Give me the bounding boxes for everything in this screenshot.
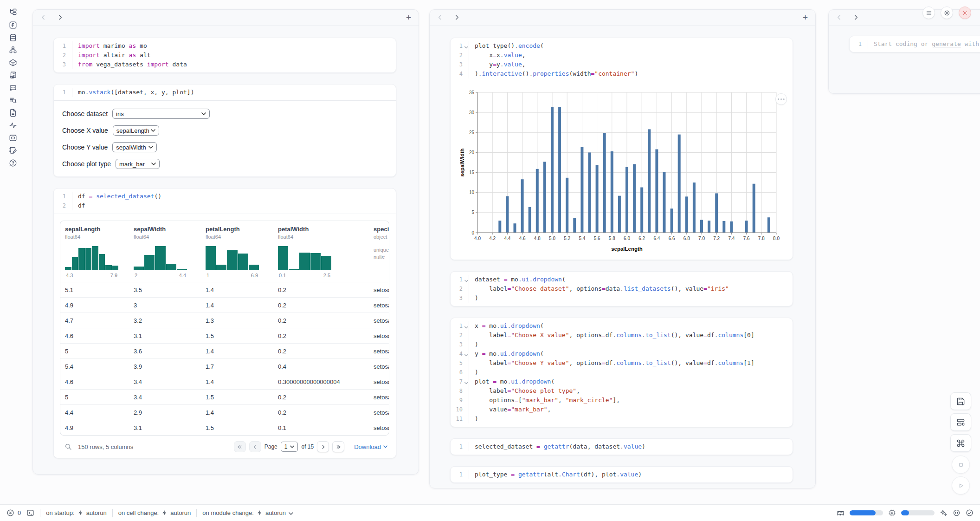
code-line: 1selected_dataset = getattr(data, datase… [451, 442, 793, 451]
code-editor[interactable]: 1selected_dataset = getattr(data, datase… [451, 439, 793, 455]
code-editor[interactable]: 1df = selected_dataset()2df [54, 189, 396, 214]
choose-plot-type-select[interactable]: mark_bar [116, 159, 160, 169]
table-row[interactable]: 4.93.11.50.1setosa [60, 420, 389, 435]
download-button[interactable]: Download [354, 443, 387, 450]
code-editor[interactable]: 1mo.vstack([dataset, x, y, plot]) [54, 85, 396, 100]
chart-actions-button[interactable] [775, 93, 787, 105]
stop-icon [956, 460, 966, 469]
runtime-config-1[interactable]: on cell change: autorun [118, 509, 191, 516]
code-editor[interactable]: 1 Start coding or generate with [850, 36, 980, 52]
svg-text:15: 15 [469, 170, 475, 175]
settings-button[interactable] [941, 7, 953, 19]
line-number: 1 [451, 275, 469, 284]
stop-button[interactable] [952, 456, 970, 474]
page-select[interactable]: 1 [281, 442, 298, 452]
table-column-header[interactable]: sepalLength float644.37.9 [60, 221, 129, 282]
sparkles-button[interactable] [940, 509, 948, 517]
code-line: 8 label="Choose plot type", [451, 386, 793, 396]
table-row[interactable]: 53.41.50.2setosa [60, 389, 389, 404]
code-editor[interactable]: 1x = mo.ui.dropdown(2 label="Choose X va… [451, 318, 793, 427]
panel-left: + 1import marimo as mo2import altair as … [32, 9, 419, 475]
sidebar-chat-bot-button[interactable] [6, 83, 20, 93]
runtime-config-2[interactable]: on module change: autorun [202, 509, 293, 516]
choose-x-value-select[interactable]: sepalLength [113, 125, 159, 136]
search-icon[interactable] [64, 443, 72, 450]
page-label: Page [264, 443, 277, 450]
table-row[interactable]: 4.931.40.2setosa [60, 297, 389, 313]
scroll-left-button[interactable] [40, 14, 51, 20]
table-row[interactable]: 4.63.41.40.30000000000000004setosa [60, 374, 389, 389]
runtime-config-0[interactable]: on startup: autorun [46, 509, 107, 516]
chevron-down-icon [289, 509, 293, 516]
first-page-button[interactable] [234, 441, 246, 452]
table-column-header[interactable]: petalLength float6416.9 [201, 221, 273, 282]
code-line: 3 y=y.value, [451, 60, 793, 69]
check-circle-button[interactable] [966, 509, 974, 517]
close-button[interactable] [959, 7, 971, 19]
dropdown-label: Choose X value [62, 127, 108, 134]
dropdown-label: Choose Y value [62, 143, 108, 151]
sidebar-scroll-button[interactable] [6, 70, 20, 80]
altair-bar-chart[interactable]: 4.04.24.44.64.85.05.25.45.65.86.06.26.46… [459, 89, 780, 254]
svg-text:4.4: 4.4 [504, 236, 510, 241]
code-editor[interactable]: 1plot_type = getattr(alt.Chart(df), plot… [451, 467, 793, 482]
add-cell-button[interactable]: + [803, 13, 808, 22]
sidebar-snippet-button[interactable] [6, 133, 20, 143]
panel-header: + [33, 10, 419, 26]
code-editor[interactable]: 1plot_type().encode(2 x=x.value,3 y=y.va… [451, 38, 793, 82]
table-row[interactable]: 4.73.21.30.2setosa [60, 313, 389, 328]
sidebar-package-button[interactable] [6, 58, 20, 68]
table-row[interactable]: 5.43.91.70.4setosa [60, 358, 389, 374]
error-count[interactable]: 0 [6, 509, 21, 517]
code-line: 2 label="Choose dataset", options=data.l… [451, 284, 793, 293]
scroll-right-button[interactable] [454, 14, 464, 20]
scroll-left-button[interactable] [836, 14, 846, 20]
add-cell-button[interactable]: + [406, 13, 411, 22]
bolt-icon [77, 510, 84, 516]
layout-button[interactable] [950, 413, 971, 431]
sidebar-dependency-graph-button[interactable] [6, 45, 20, 55]
save-button[interactable] [950, 392, 971, 410]
scroll-right-button[interactable] [853, 14, 863, 20]
table-column-header[interactable]: petalWidth float640.12.5 [273, 221, 369, 282]
run-button[interactable] [952, 476, 970, 495]
table-row[interactable]: 53.61.40.2setosa [60, 343, 389, 358]
code-line: 1df = selected_dataset() [54, 192, 396, 201]
sidebar-notebook-pen-button[interactable] [6, 145, 20, 156]
sidebar-document-button[interactable] [6, 108, 20, 118]
runtime-config-prefix: on module change: [202, 509, 254, 516]
panel-header [829, 10, 980, 26]
svg-text:6.6: 6.6 [669, 236, 675, 241]
sidebar-text-search-button[interactable] [6, 95, 20, 105]
snippet-icon [9, 134, 17, 142]
sidebar-activity-button[interactable] [6, 120, 20, 130]
line-number: 1 [54, 41, 72, 51]
code-editor[interactable]: 1dataset = mo.ui.dropdown(2 label="Choos… [451, 272, 793, 306]
dropdown-row: Choose plot type mark_bar [62, 159, 387, 169]
cell-selected-dataset: 1selected_dataset = getattr(data, datase… [450, 438, 793, 455]
choose-y-value-select[interactable]: sepalWidth [112, 142, 157, 152]
sidebar-file-tree-button[interactable] [6, 7, 20, 18]
menu-button[interactable] [922, 7, 935, 19]
sidebar-function-square-button[interactable] [6, 20, 20, 30]
table-column-header[interactable]: sepalWidth float6424.4 [129, 221, 201, 282]
scroll-left-button[interactable] [437, 14, 447, 20]
table-row[interactable]: 5.13.51.40.2setosa [60, 282, 389, 297]
scroll-right-button[interactable] [57, 14, 67, 20]
sidebar-help-button[interactable] [6, 158, 20, 168]
table-row[interactable]: 4.63.11.50.2setosa [60, 328, 389, 343]
table-row[interactable]: 4.42.91.40.2setosa [60, 404, 389, 420]
code-editor[interactable]: 1import marimo as mo2import altair as al… [54, 38, 396, 72]
cell-xy-plot-dropdowns: 1x = mo.ui.dropdown(2 label="Choose X va… [450, 318, 793, 427]
choose-dataset-select[interactable]: iris [112, 109, 210, 119]
table-column-header[interactable]: species objectunique:nulls: [369, 221, 389, 282]
next-page-button[interactable] [317, 441, 329, 452]
command-palette-button[interactable] [950, 434, 971, 452]
prev-page-button[interactable] [249, 441, 261, 452]
memory-usage-meter [850, 510, 883, 515]
terminal-button[interactable] [26, 509, 34, 517]
copilot-button[interactable] [953, 509, 961, 517]
column-meta: unique:nulls: [374, 246, 389, 261]
sidebar-database-button[interactable] [6, 33, 20, 43]
last-page-button[interactable] [332, 441, 344, 452]
